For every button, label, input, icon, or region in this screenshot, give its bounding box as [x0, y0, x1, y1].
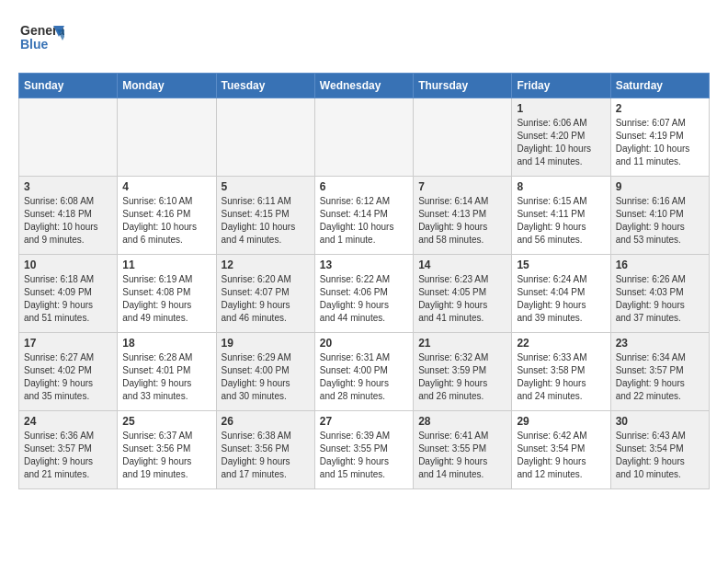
weekday-header-wednesday: Wednesday — [314, 74, 413, 98]
calendar-cell: 24Sunrise: 6:36 AMSunset: 3:57 PMDayligh… — [19, 411, 118, 489]
day-info: Sunrise: 6:23 AMSunset: 4:05 PMDaylight:… — [418, 273, 506, 325]
calendar-cell: 5Sunrise: 6:11 AMSunset: 4:15 PMDaylight… — [216, 177, 314, 255]
svg-text:Blue: Blue — [20, 37, 49, 52]
week-row-1: 3Sunrise: 6:08 AMSunset: 4:18 PMDaylight… — [19, 177, 710, 255]
day-info: Sunrise: 6:32 AMSunset: 3:59 PMDaylight:… — [418, 351, 506, 403]
calendar-cell: 11Sunrise: 6:19 AMSunset: 4:08 PMDayligh… — [118, 255, 216, 333]
day-number: 12 — [222, 259, 310, 271]
day-info: Sunrise: 6:39 AMSunset: 3:55 PMDaylight:… — [320, 430, 408, 481]
calendar-cell: 19Sunrise: 6:29 AMSunset: 4:00 PMDayligh… — [216, 333, 314, 411]
calendar-cell: 27Sunrise: 6:39 AMSunset: 3:55 PMDayligh… — [314, 411, 413, 489]
calendar-cell: 15Sunrise: 6:24 AMSunset: 4:04 PMDayligh… — [512, 255, 610, 333]
day-number: 16 — [616, 259, 704, 271]
week-row-4: 24Sunrise: 6:36 AMSunset: 3:57 PMDayligh… — [19, 411, 710, 489]
week-row-2: 10Sunrise: 6:18 AMSunset: 4:09 PMDayligh… — [19, 255, 710, 333]
day-info: Sunrise: 6:10 AMSunset: 4:16 PMDaylight:… — [122, 195, 210, 247]
day-number: 13 — [320, 259, 408, 271]
day-info: Sunrise: 6:33 AMSunset: 3:58 PMDaylight:… — [517, 351, 605, 403]
calendar-cell: 6Sunrise: 6:12 AMSunset: 4:14 PMDaylight… — [314, 177, 413, 255]
day-number: 6 — [320, 180, 408, 193]
calendar-cell: 22Sunrise: 6:33 AMSunset: 3:58 PMDayligh… — [512, 333, 610, 411]
day-info: Sunrise: 6:26 AMSunset: 4:03 PMDaylight:… — [616, 273, 704, 325]
calendar-cell: 10Sunrise: 6:18 AMSunset: 4:09 PMDayligh… — [19, 255, 118, 333]
calendar-cell — [314, 98, 413, 177]
weekday-header-friday: Friday — [512, 74, 610, 98]
day-number: 19 — [222, 337, 310, 350]
calendar-table: SundayMondayTuesdayWednesdayThursdayFrid… — [18, 73, 710, 489]
day-number: 30 — [616, 415, 704, 428]
day-number: 11 — [122, 259, 210, 271]
day-info: Sunrise: 6:15 AMSunset: 4:11 PMDaylight:… — [517, 195, 605, 247]
day-info: Sunrise: 6:34 AMSunset: 3:57 PMDaylight:… — [616, 351, 704, 403]
day-info: Sunrise: 6:19 AMSunset: 4:08 PMDaylight:… — [122, 273, 210, 325]
day-number: 10 — [24, 259, 112, 271]
calendar-cell — [118, 98, 216, 177]
day-number: 25 — [122, 415, 210, 428]
calendar-cell: 29Sunrise: 6:42 AMSunset: 3:54 PMDayligh… — [512, 411, 610, 489]
day-info: Sunrise: 6:12 AMSunset: 4:14 PMDaylight:… — [320, 195, 408, 247]
day-number: 18 — [122, 337, 210, 350]
calendar-cell — [216, 98, 314, 177]
day-number: 17 — [24, 337, 112, 350]
day-number: 1 — [517, 102, 605, 115]
day-number: 24 — [24, 415, 112, 428]
calendar-cell: 18Sunrise: 6:28 AMSunset: 4:01 PMDayligh… — [118, 333, 216, 411]
weekday-header-tuesday: Tuesday — [216, 74, 314, 98]
calendar-cell: 2Sunrise: 6:07 AMSunset: 4:19 PMDaylight… — [610, 98, 709, 177]
weekday-header-thursday: Thursday — [414, 74, 512, 98]
calendar-cell: 20Sunrise: 6:31 AMSunset: 4:00 PMDayligh… — [314, 333, 413, 411]
day-number: 26 — [222, 415, 310, 428]
page-header: General Blue — [18, 18, 710, 63]
weekday-header-saturday: Saturday — [610, 74, 709, 98]
day-info: Sunrise: 6:14 AMSunset: 4:13 PMDaylight:… — [418, 195, 506, 247]
logo: General Blue — [18, 18, 64, 63]
day-info: Sunrise: 6:36 AMSunset: 3:57 PMDaylight:… — [24, 430, 112, 481]
day-info: Sunrise: 6:20 AMSunset: 4:07 PMDaylight:… — [222, 273, 310, 325]
day-number: 9 — [616, 180, 704, 193]
day-number: 27 — [320, 415, 408, 428]
calendar-cell: 26Sunrise: 6:38 AMSunset: 3:56 PMDayligh… — [216, 411, 314, 489]
day-number: 21 — [418, 337, 506, 350]
day-info: Sunrise: 6:16 AMSunset: 4:10 PMDaylight:… — [616, 195, 704, 247]
day-info: Sunrise: 6:31 AMSunset: 4:00 PMDaylight:… — [320, 351, 408, 403]
calendar-cell: 17Sunrise: 6:27 AMSunset: 4:02 PMDayligh… — [19, 333, 118, 411]
day-info: Sunrise: 6:42 AMSunset: 3:54 PMDaylight:… — [517, 430, 605, 481]
calendar-cell: 16Sunrise: 6:26 AMSunset: 4:03 PMDayligh… — [610, 255, 709, 333]
week-row-3: 17Sunrise: 6:27 AMSunset: 4:02 PMDayligh… — [19, 333, 710, 411]
day-number: 23 — [616, 337, 704, 350]
calendar-cell: 8Sunrise: 6:15 AMSunset: 4:11 PMDaylight… — [512, 177, 610, 255]
calendar-cell: 14Sunrise: 6:23 AMSunset: 4:05 PMDayligh… — [414, 255, 512, 333]
calendar-cell: 3Sunrise: 6:08 AMSunset: 4:18 PMDaylight… — [19, 177, 118, 255]
day-info: Sunrise: 6:08 AMSunset: 4:18 PMDaylight:… — [24, 195, 112, 247]
day-info: Sunrise: 6:18 AMSunset: 4:09 PMDaylight:… — [24, 273, 112, 325]
day-info: Sunrise: 6:37 AMSunset: 3:56 PMDaylight:… — [122, 430, 210, 481]
calendar-cell: 23Sunrise: 6:34 AMSunset: 3:57 PMDayligh… — [610, 333, 709, 411]
calendar-cell — [414, 98, 512, 177]
logo-icon: General Blue — [18, 18, 64, 60]
day-number: 20 — [320, 337, 408, 350]
day-number: 29 — [517, 415, 605, 428]
calendar-cell: 12Sunrise: 6:20 AMSunset: 4:07 PMDayligh… — [216, 255, 314, 333]
day-info: Sunrise: 6:11 AMSunset: 4:15 PMDaylight:… — [222, 195, 310, 247]
calendar-cell: 25Sunrise: 6:37 AMSunset: 3:56 PMDayligh… — [118, 411, 216, 489]
week-row-0: 1Sunrise: 6:06 AMSunset: 4:20 PMDaylight… — [19, 98, 710, 177]
day-info: Sunrise: 6:29 AMSunset: 4:00 PMDaylight:… — [222, 351, 310, 403]
calendar-cell: 13Sunrise: 6:22 AMSunset: 4:06 PMDayligh… — [314, 255, 413, 333]
calendar-cell: 21Sunrise: 6:32 AMSunset: 3:59 PMDayligh… — [414, 333, 512, 411]
weekday-header-sunday: Sunday — [19, 74, 118, 98]
calendar-cell: 28Sunrise: 6:41 AMSunset: 3:55 PMDayligh… — [414, 411, 512, 489]
day-info: Sunrise: 6:43 AMSunset: 3:54 PMDaylight:… — [616, 430, 704, 481]
day-number: 15 — [517, 259, 605, 271]
day-number: 7 — [418, 180, 506, 193]
day-number: 22 — [517, 337, 605, 350]
day-number: 4 — [122, 180, 210, 193]
calendar-cell — [19, 98, 118, 177]
weekday-header-monday: Monday — [118, 74, 216, 98]
day-info: Sunrise: 6:38 AMSunset: 3:56 PMDaylight:… — [222, 430, 310, 481]
calendar-cell: 9Sunrise: 6:16 AMSunset: 4:10 PMDaylight… — [610, 177, 709, 255]
day-info: Sunrise: 6:22 AMSunset: 4:06 PMDaylight:… — [320, 273, 408, 325]
day-info: Sunrise: 6:24 AMSunset: 4:04 PMDaylight:… — [517, 273, 605, 325]
day-number: 8 — [517, 180, 605, 193]
day-number: 2 — [616, 102, 704, 115]
day-number: 28 — [418, 415, 506, 428]
